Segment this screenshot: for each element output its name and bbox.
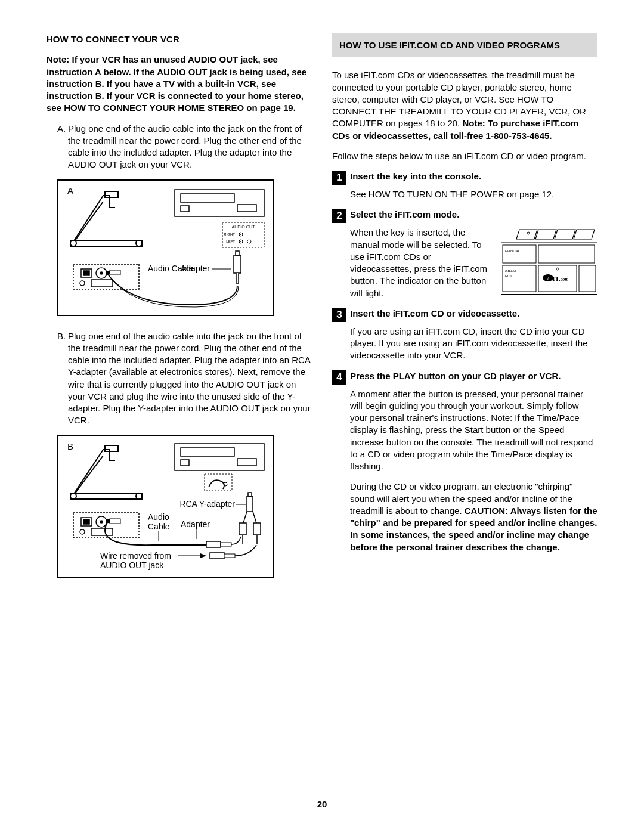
svg-point-20 [100,272,103,274]
instruction-b-text: Plug one end of the audio cable into the… [68,330,312,427]
svg-rect-6 [181,206,189,212]
svg-text:LEFT: LEFT [226,240,235,243]
step-1-body: See HOW TO TURN ON THE POWER on page 12. [350,188,597,200]
svg-text:Adapter: Adapter [181,264,210,273]
svg-point-11 [240,234,242,235]
svg-text:RCA Y-adapter: RCA Y-adapter [179,499,235,509]
svg-marker-56 [200,553,206,558]
svg-rect-18 [83,271,89,275]
svg-rect-35 [237,459,256,466]
step-4-body1: A moment after the button is pressed, yo… [350,388,597,473]
svg-rect-27 [236,251,239,255]
left-column: HOW TO CONNECT YOUR VCR Note: If your VC… [47,33,312,592]
svg-rect-34 [181,448,234,456]
svg-rect-29 [106,271,110,274]
step-3: 3 Insert the iFIT.com CD or videocassett… [332,308,597,322]
page: HOW TO CONNECT YOUR VCR Note: If your VC… [0,0,644,833]
svg-rect-59 [239,523,246,535]
svg-rect-26 [234,255,241,273]
diagram-b: B [57,435,274,578]
svg-rect-22 [91,280,113,287]
right-intro-1: To use iFIT.com CDs or videocassettes, t… [332,69,597,142]
step-3-num: 3 [332,308,346,322]
svg-rect-45 [91,528,113,535]
svg-text:Audio: Audio [148,512,169,522]
step-1: 1 Insert the key into the console. [332,171,597,185]
svg-text:GRAM: GRAM [505,270,516,273]
svg-rect-37 [205,474,232,491]
svg-point-21 [80,281,85,286]
svg-text:Wire removed from: Wire removed from [100,551,171,561]
svg-rect-66 [224,554,235,558]
svg-rect-81 [579,265,596,292]
step-4-body2: During the CD or video program, an elect… [350,481,597,553]
step-3-title: Insert the iFIT.com CD or videocassette. [350,308,519,322]
svg-point-15 [247,240,251,243]
svg-rect-70 [503,245,536,263]
instruction-a: A. Plug one end of the audio cable into … [57,123,312,171]
step-2-body-wrap: When the key is inserted, the manual mod… [350,227,597,299]
svg-rect-4 [181,194,234,202]
step-3-body: If you are using an iFIT.com CD, insert … [350,326,597,362]
diagram-b-label: B [67,441,73,451]
instruction-b: B. Plug one end of the audio cable into … [57,330,312,427]
svg-rect-64 [221,543,231,546]
svg-rect-65 [210,553,224,559]
page-number: 20 [0,798,644,810]
right-title: HOW TO USE IFIT.COM CD AND VIDEO PROGRAM… [332,33,597,57]
step-2-title: Select the iFIT.com mode. [350,209,459,223]
right-column: HOW TO USE IFIT.COM CD AND VIDEO PROGRAM… [332,33,597,592]
svg-rect-58 [248,493,252,496]
step-1-num: 1 [332,171,346,185]
console-diagram: MANUAL GRAM ECT iFIT.com i [501,227,597,295]
svg-text:Adapter: Adapter [181,519,210,529]
svg-rect-30 [105,445,118,451]
diagram-a: A [57,179,274,316]
svg-rect-63 [206,541,221,547]
two-column-layout: HOW TO CONNECT YOUR VCR Note: If your VC… [47,33,597,592]
left-note: Note: If your VCR has an unused AUDIO OU… [47,54,312,114]
svg-point-44 [80,529,85,534]
instruction-list-b: B. Plug one end of the audio cable into … [57,330,312,427]
svg-text:i: i [547,276,549,281]
svg-text:AUDIO OUT jack: AUDIO OUT jack [100,561,164,570]
instruction-list: A. Plug one end of the audio cable into … [57,123,312,171]
svg-point-14 [240,241,242,242]
svg-rect-0 [105,191,118,197]
instruction-a-label: A. [57,123,68,171]
svg-text:ECT: ECT [505,274,512,278]
step-2: 2 Select the iFIT.com mode. [332,209,597,223]
step-4-title: Press the PLAY button on your CD player … [350,370,561,385]
left-title: HOW TO CONNECT YOUR VCR [47,33,312,45]
svg-rect-62 [106,519,110,523]
right-intro-2: Follow the steps below to use an iFIT.co… [332,150,597,162]
svg-rect-36 [181,460,189,466]
svg-rect-61 [110,519,120,524]
svg-rect-5 [237,205,256,212]
svg-rect-60 [253,523,261,535]
step-2-body: When the key is inserted, the manual mod… [350,227,494,299]
svg-rect-28 [110,270,120,275]
svg-rect-57 [247,496,253,512]
instruction-b-label: B. [57,330,68,427]
step-1-title: Insert the key into the console. [350,171,481,185]
svg-text:AUDIO OUT: AUDIO OUT [232,225,256,229]
instruction-a-text: Plug one end of the audio cable into the… [68,123,312,171]
svg-text:MANUAL: MANUAL [505,249,521,253]
svg-rect-72 [538,245,595,263]
step-4: 4 Press the PLAY button on your CD playe… [332,370,597,385]
svg-rect-41 [83,519,89,524]
step-4-num: 4 [332,370,346,385]
diagram-a-label: A [67,185,73,196]
step-2-num: 2 [332,209,346,223]
svg-point-43 [100,521,103,523]
svg-text:RIGHT: RIGHT [224,233,235,236]
svg-text:Cable: Cable [148,522,170,531]
